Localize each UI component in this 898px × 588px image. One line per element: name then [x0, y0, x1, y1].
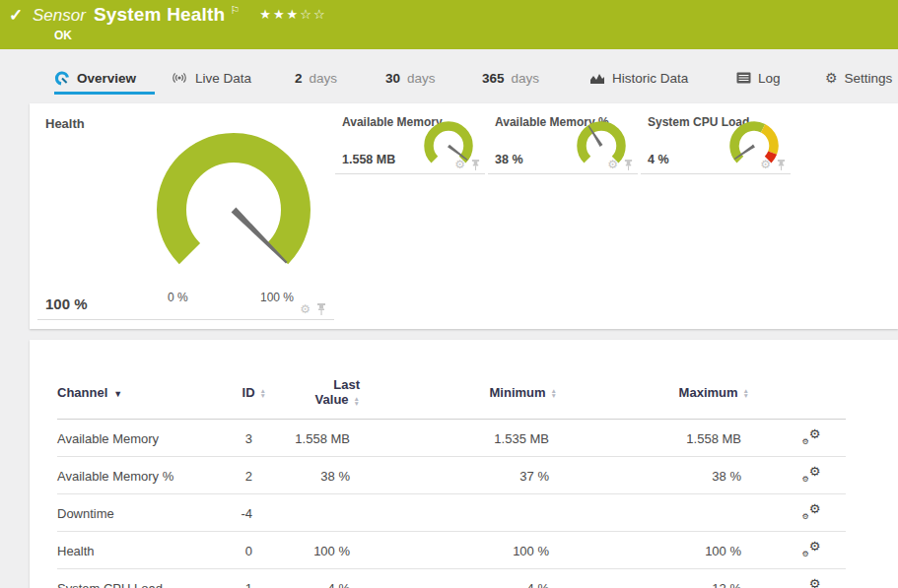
channel-name[interactable]: Health [57, 532, 235, 569]
log-list-icon [736, 72, 751, 84]
flag-icon[interactable]: ⚐ [230, 4, 240, 17]
object-kind-label: Sensor [33, 6, 86, 25]
channel-settings-icon[interactable]: ⚙⚙ [802, 578, 821, 588]
channel-maximum: 38 % [557, 457, 749, 494]
channel-settings-icon[interactable]: ⚙⚙ [802, 541, 821, 557]
channel-id: 2 [235, 457, 266, 494]
gauge-settings-gear-icon[interactable]: ⚙ [760, 159, 771, 170]
tab-30-days[interactable]: 30 days [385, 61, 436, 95]
channel-name[interactable]: Available Memory % [57, 457, 235, 494]
gauge-scale-min: 0 % [168, 291, 188, 304]
pin-icon[interactable] [316, 303, 326, 315]
channel-id: 0 [235, 532, 266, 569]
sort-icon: ▲▼ [551, 388, 557, 398]
channel-settings-icon[interactable]: ⚙⚙ [802, 503, 821, 520]
channel-last-value: 38 % [266, 457, 360, 494]
available-memory-pct-gauge-panel[interactable]: Available Memory % 38 % ⚙ [488, 109, 638, 174]
sort-icon: ▲▼ [260, 388, 266, 398]
gear-icon: ⚙ [825, 71, 838, 85]
gauge-value: 100 % [45, 295, 88, 312]
column-header-last-value[interactable]: Last Value▲▼ [266, 377, 360, 420]
gauge-scale-max: 100 % [260, 291, 294, 304]
stars-filled[interactable]: ★★★ [259, 7, 300, 22]
gauge-value: 38 % [495, 153, 523, 166]
gauge-settings-gear-icon[interactable]: ⚙ [454, 159, 465, 170]
tab-historic-data[interactable]: Historic Data [589, 61, 688, 95]
column-header-channel[interactable]: Channel▼ [57, 377, 235, 420]
channel-last-value [266, 494, 360, 532]
channel-maximum [557, 494, 749, 532]
channel-name[interactable]: Downtime [57, 494, 235, 532]
channels-table: Channel▼ ID▲▼ Last Value▲▼ Minimum▲▼ Max… [57, 377, 846, 588]
active-tab-underline [54, 92, 155, 95]
pin-icon[interactable] [624, 160, 633, 170]
channel-settings-icon[interactable]: ⚙⚙ [802, 428, 821, 445]
channels-panel: Channel▼ ID▲▼ Last Value▲▼ Minimum▲▼ Max… [30, 340, 898, 588]
channel-id: 1 [235, 569, 266, 588]
tab-overview[interactable]: Overview [54, 61, 155, 95]
table-row: Available Memory % 2 38 % 37 % 38 % ⚙⚙ [57, 457, 846, 494]
pin-icon[interactable] [777, 160, 786, 170]
tab-365-days[interactable]: 365 days [482, 61, 539, 95]
tab-log[interactable]: Log [736, 61, 781, 95]
column-header-actions [749, 377, 846, 420]
gauge-value: 4 % [648, 153, 669, 166]
channel-minimum: 37 % [360, 457, 557, 494]
sensor-title: System Health [94, 4, 226, 25]
system-cpu-load-gauge-panel[interactable]: System CPU Load 4 % ⚙ [641, 109, 791, 174]
pin-icon[interactable] [471, 160, 480, 170]
table-row: Health 0 100 % 100 % 100 % ⚙⚙ [57, 532, 846, 569]
channel-last-value: 1.558 MB [266, 420, 360, 457]
available-memory-gauge-panel[interactable]: Available Memory 1.558 MB ⚙ [335, 109, 485, 174]
column-header-id[interactable]: ID▲▼ [235, 377, 266, 420]
column-header-minimum[interactable]: Minimum▲▼ [360, 377, 557, 420]
area-chart-icon [589, 72, 605, 85]
sensor-status-badge: OK [54, 29, 72, 42]
gauge-settings-gear-icon[interactable]: ⚙ [607, 159, 618, 170]
channel-last-value: 4 % [266, 569, 360, 588]
channel-minimum: 4 % [360, 569, 557, 588]
channel-settings-icon[interactable]: ⚙⚙ [802, 466, 821, 483]
table-row: Available Memory 3 1.558 MB 1.535 MB 1.5… [57, 420, 846, 457]
tab-2-days[interactable]: 2 days [295, 61, 337, 95]
gauges-panel: Health 0 % 100 % 100 % ⚙ Available Memor… [30, 103, 898, 329]
gauge-value: 1.558 MB [342, 153, 395, 166]
channel-name[interactable]: System CPU Load [57, 569, 235, 588]
stars-empty[interactable]: ☆☆ [300, 7, 326, 22]
table-row: Downtime -4 ⚙⚙ [57, 494, 846, 532]
channel-name[interactable]: Available Memory [57, 420, 235, 457]
channel-maximum: 1.558 MB [557, 420, 749, 457]
sensor-header: ✓ SensorSystem Health⚐★★★☆☆ OK [0, 0, 898, 49]
channel-maximum: 100 % [557, 532, 749, 569]
priority-stars[interactable]: ★★★☆☆ [259, 7, 326, 22]
column-header-maximum[interactable]: Maximum▲▼ [557, 377, 749, 420]
health-gauge-panel[interactable]: Health 0 % 100 % 100 % ⚙ [37, 109, 334, 320]
channel-minimum: 100 % [360, 532, 557, 569]
channel-minimum [360, 494, 557, 532]
gauge-title: Health [45, 116, 85, 131]
channel-id: 3 [235, 420, 266, 457]
sort-icon: ▲▼ [354, 396, 360, 406]
status-ok-check-icon: ✓ [9, 5, 23, 26]
broadcast-icon [171, 71, 188, 85]
gauge-settings-gear-icon[interactable]: ⚙ [300, 303, 311, 315]
table-row: System CPU Load 1 4 % 4 % 12 % ⚙⚙ [57, 569, 846, 588]
channel-minimum: 1.535 MB [360, 420, 557, 457]
channel-maximum: 12 % [557, 569, 749, 588]
health-gauge [150, 126, 317, 294]
channel-id: -4 [235, 494, 266, 532]
sort-icon: ▲▼ [743, 388, 749, 398]
tab-live-data[interactable]: Live Data [171, 61, 251, 95]
gauge-icon [54, 70, 70, 86]
channel-last-value: 100 % [266, 532, 360, 569]
sort-caret-icon: ▼ [113, 389, 122, 399]
tab-settings[interactable]: ⚙ Settings [825, 61, 892, 95]
